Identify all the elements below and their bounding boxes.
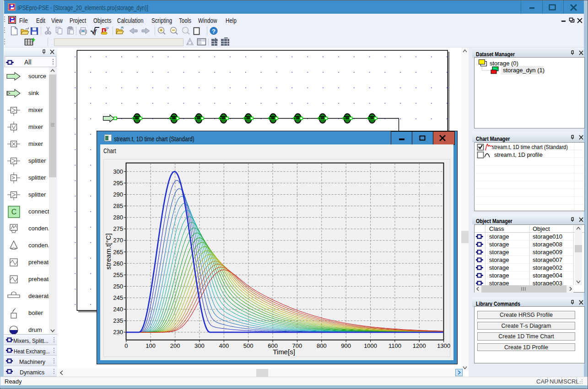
svg-text:?: ?: [212, 28, 216, 35]
svg-text:255: 255: [113, 272, 123, 278]
svg-text:1100: 1100: [388, 342, 401, 349]
svg-text:1000: 1000: [364, 342, 377, 349]
svg-text:stream.t, 1D time chart (Stand: stream.t, 1D time chart (Standard): [492, 144, 568, 150]
svg-text:245: 245: [113, 294, 123, 301]
svg-text:275: 275: [113, 225, 123, 232]
svg-text:stream.t[°C]: stream.t[°C]: [104, 233, 112, 269]
svg-text:230: 230: [113, 329, 123, 336]
svg-text:280: 280: [113, 214, 123, 221]
svg-text:265: 265: [113, 249, 123, 256]
svg-text:stream.t, 1D profile: stream.t, 1D profile: [494, 152, 543, 158]
svg-text:500: 500: [243, 342, 254, 349]
svg-text:240: 240: [113, 306, 123, 313]
svg-text:storage (0): storage (0): [490, 60, 518, 67]
svg-text:285: 285: [113, 202, 123, 209]
svg-text:260: 260: [113, 260, 123, 267]
svg-text:300: 300: [113, 168, 123, 175]
svg-text:0: 0: [124, 342, 128, 349]
svg-text:100: 100: [146, 342, 156, 349]
svg-text:1200: 1200: [413, 342, 426, 349]
svg-text:1300: 1300: [437, 342, 450, 349]
svg-text:295: 295: [113, 180, 123, 187]
svg-text:900: 900: [341, 342, 351, 349]
svg-text:235: 235: [113, 317, 123, 324]
svg-text:250: 250: [113, 283, 123, 290]
svg-text:800: 800: [317, 342, 327, 349]
svg-text:400: 400: [219, 342, 229, 349]
svg-text:270: 270: [113, 237, 123, 244]
svg-text:storage_dyn (1): storage_dyn (1): [503, 67, 545, 74]
svg-text:200: 200: [170, 342, 180, 349]
svg-text:f: f: [94, 28, 97, 35]
svg-text:290: 290: [113, 191, 123, 198]
svg-text:Time[s]: Time[s]: [273, 348, 295, 356]
svg-text:300: 300: [194, 342, 205, 349]
